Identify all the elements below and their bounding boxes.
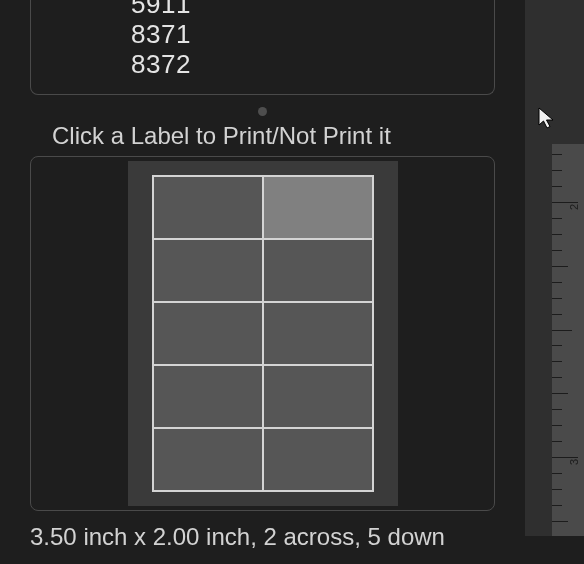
label-sheet-wrap: [128, 161, 398, 506]
code-item[interactable]: 8372: [131, 48, 494, 80]
label-cell[interactable]: [153, 239, 263, 302]
label-cell[interactable]: [153, 428, 263, 491]
label-cell[interactable]: [153, 302, 263, 365]
label-cell[interactable]: [263, 365, 373, 428]
ruler-below-bg: [525, 536, 584, 564]
ruler-mark: 3: [568, 459, 580, 465]
label-dimensions: 3.50 inch x 2.00 inch, 2 across, 5 down: [30, 523, 495, 551]
label-cell[interactable]: [263, 239, 373, 302]
label-row: [153, 365, 373, 428]
code-list: 5911 8371 8372: [31, 0, 494, 80]
label-cell[interactable]: [263, 302, 373, 365]
label-cell[interactable]: [263, 176, 373, 239]
code-list-box: 5911 8371 8372: [30, 0, 495, 95]
label-row: [153, 302, 373, 365]
label-sheet: [152, 175, 374, 492]
label-row: [153, 176, 373, 239]
page-indicator: [30, 107, 495, 116]
label-cell[interactable]: [153, 365, 263, 428]
code-item[interactable]: 5911: [131, 0, 494, 20]
label-row: [153, 428, 373, 491]
label-cell[interactable]: [263, 428, 373, 491]
label-section-title: Click a Label to Print/Not Print it: [52, 122, 495, 150]
page-dot-icon: [258, 107, 267, 116]
label-row: [153, 239, 373, 302]
ruler: 23: [552, 144, 584, 536]
code-item[interactable]: 8371: [131, 18, 494, 50]
label-cell[interactable]: [153, 176, 263, 239]
ruler-mark: 2: [568, 204, 580, 210]
label-preview-box: [30, 156, 495, 511]
